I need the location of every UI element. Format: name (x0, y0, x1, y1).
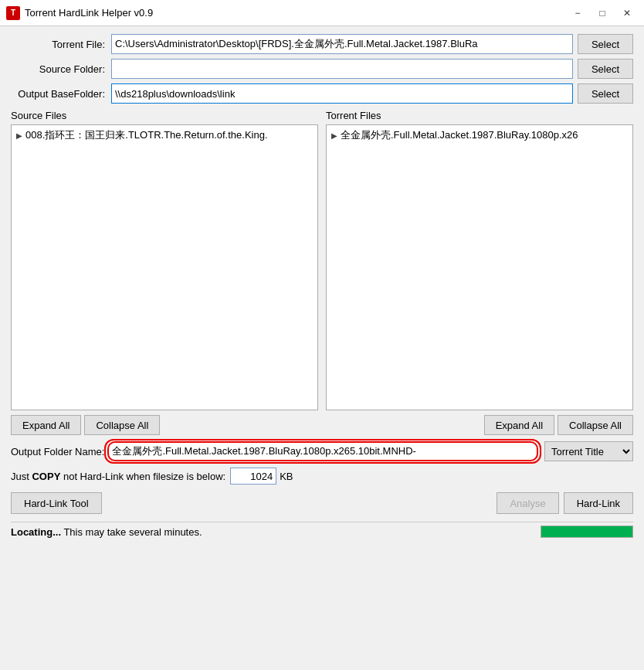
source-folder-row: Source Folder: Select (11, 59, 633, 79)
output-folder-input-wrapper (107, 441, 538, 461)
title-bar-left: T Torrent HardLink Helper v0.9 (6, 6, 153, 20)
title-bar: T Torrent HardLink Helper v0.9 − □ ✕ (0, 0, 644, 26)
app-icon: T (6, 6, 20, 20)
window-controls: − □ ✕ (567, 5, 638, 22)
source-file-item[interactable]: ▶ 008.指环王：国王归来.TLOTR.The.Return.of.the.K… (13, 127, 316, 144)
copy-label: Just COPY not Hard-Link when filesize is… (11, 471, 225, 482)
toolbar-row: Expand All Collapse All Expand All Colla… (11, 415, 633, 435)
source-file-label: 008.指环王：国王归来.TLOTR.The.Return.of.the.Kin… (25, 128, 268, 142)
action-left: Hard-Link Tool (11, 492, 102, 514)
output-folder-name-input[interactable] (107, 441, 538, 461)
filesize-unit: KB (280, 471, 293, 482)
analyse-button[interactable]: Analyse (497, 492, 558, 514)
torrent-file-row: Torrent File: Select (11, 34, 633, 54)
maximize-button[interactable]: □ (591, 5, 613, 22)
source-files-title: Source Files (11, 110, 318, 121)
minimize-button[interactable]: − (567, 5, 588, 22)
app-title: Torrent HardLink Helper v0.9 (25, 7, 153, 19)
source-files-panel: Source Files ▶ 008.指环王：国王归来.TLOTR.The.Re… (11, 110, 318, 410)
collapse-all-left-button[interactable]: Collapse All (84, 415, 160, 435)
torrent-file-input[interactable] (111, 34, 573, 54)
status-bar: Locating... This may take several minute… (11, 522, 633, 541)
torrent-title-select[interactable]: Torrent Title Source Folder Custom (544, 441, 633, 461)
status-text: Locating... This may take several minute… (11, 526, 533, 538)
status-message: This may take several minutes. (63, 526, 202, 538)
progress-bar-fill (541, 526, 632, 537)
output-basefolder-input[interactable] (111, 83, 573, 104)
action-right: Analyse Hard-Link (497, 492, 633, 514)
torrent-files-tree[interactable]: ▶ 全金属外壳.Full.Metal.Jacket.1987.BluRay.10… (326, 124, 633, 410)
source-folder-select-button[interactable]: Select (578, 59, 633, 79)
hard-link-button[interactable]: Hard-Link (564, 492, 633, 514)
torrent-file-label: Torrent File: (11, 39, 111, 50)
collapse-all-right-button[interactable]: Collapse All (558, 415, 633, 435)
copy-bold: COPY (32, 471, 60, 482)
filesize-threshold-input[interactable] (230, 468, 276, 485)
expand-all-right-button[interactable]: Expand All (484, 415, 554, 435)
source-files-tree[interactable]: ▶ 008.指环王：国王归来.TLOTR.The.Return.of.the.K… (11, 124, 318, 410)
left-toolbar-group: Expand All Collapse All (11, 415, 160, 435)
source-folder-label: Source Folder: (11, 63, 111, 75)
torrent-files-panel: Torrent Files ▶ 全金属外壳.Full.Metal.Jacket.… (326, 110, 633, 410)
output-folder-name-row: Output Folder Name: Torrent Title Source… (11, 441, 633, 461)
hard-link-tool-button[interactable]: Hard-Link Tool (11, 492, 102, 514)
torrent-file-item[interactable]: ▶ 全金属外壳.Full.Metal.Jacket.1987.BluRay.10… (328, 127, 631, 144)
expand-all-left-button[interactable]: Expand All (11, 415, 81, 435)
torrent-files-title: Torrent Files (326, 110, 633, 121)
progress-bar-wrapper (541, 525, 633, 538)
right-toolbar-group: Expand All Collapse All (484, 415, 633, 435)
tree-arrow-icon: ▶ (16, 131, 22, 140)
locating-label: Locating... (11, 526, 61, 538)
trees-section: Source Files ▶ 008.指环王：国王归来.TLOTR.The.Re… (11, 110, 633, 410)
torrent-file-label: 全金属外壳.Full.Metal.Jacket.1987.BluRay.1080… (341, 128, 578, 142)
output-basefolder-row: Output BaseFolder: Select (11, 83, 633, 104)
output-basefolder-select-button[interactable]: Select (578, 83, 633, 104)
output-folder-name-label: Output Folder Name: (11, 446, 104, 457)
main-content: Torrent File: Select Source Folder: Sele… (0, 26, 644, 549)
output-basefolder-label: Output BaseFolder: (11, 88, 111, 100)
close-button[interactable]: ✕ (616, 5, 638, 22)
tree-arrow-icon-2: ▶ (331, 131, 337, 140)
copy-row: Just COPY not Hard-Link when filesize is… (11, 468, 633, 485)
torrent-file-select-button[interactable]: Select (578, 34, 633, 54)
action-row: Hard-Link Tool Analyse Hard-Link (11, 492, 633, 514)
source-folder-input[interactable] (111, 59, 573, 79)
